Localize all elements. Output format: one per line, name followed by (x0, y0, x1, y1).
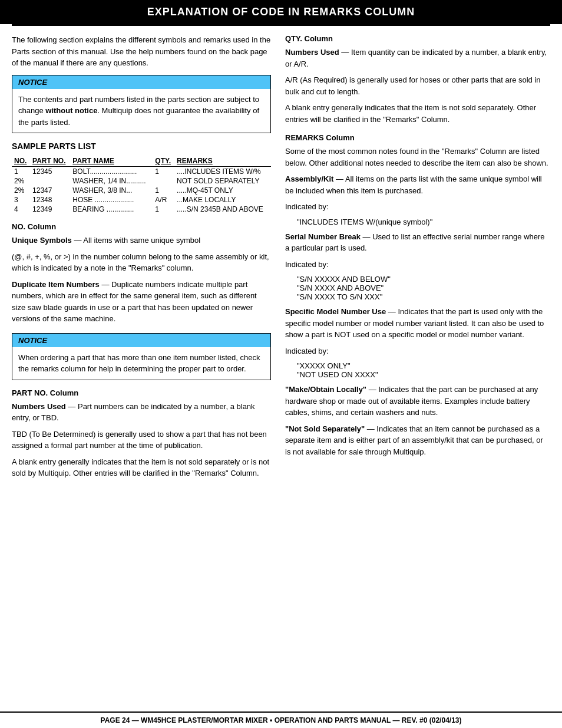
cell-remarks: NOT SOLD SEPARATELY (174, 176, 271, 186)
cell-no: 2% (12, 176, 30, 186)
col-part-no: PART NO. (30, 156, 70, 167)
cell-remarks: ...MAKE LOCALLY (174, 195, 271, 205)
assembly-indicated-value: "INCLUDES ITEMS W/(unique symbol)" (285, 218, 550, 226)
table-row: 4 12349 BEARING .............. 1 .....S/… (12, 205, 271, 214)
cell-part-no: 12347 (30, 186, 70, 195)
table-row: 2% 12347 WASHER, 3/8 IN... 1 .....MQ-45T… (12, 186, 271, 195)
cell-no: 3 (12, 195, 30, 205)
remarks-column-heading: REMARKS Column (285, 133, 550, 142)
table-row: 2% WASHER, 1/4 IN.......... NOT SOLD SEP… (12, 176, 271, 186)
part-no-column-heading: PART NO. Column (12, 388, 271, 397)
specific-indicated-by: Indicated by: (285, 345, 550, 357)
numbers-used-heading: Numbers Used (12, 402, 66, 411)
notice-bold: without notice (45, 106, 97, 115)
specific-model-heading: Specific Model Number Use (285, 307, 386, 316)
notice-header-1: NOTICE (12, 75, 270, 89)
notice-box-2: NOTICE When ordering a part that has mor… (12, 333, 271, 380)
serial-break-heading: Serial Number Break (285, 232, 361, 241)
cell-qty: 1 (153, 205, 174, 214)
specific-indicated-2: "NOT USED ON XXXX" (297, 370, 550, 379)
serial-indicated-1: "S/N XXXXX AND BELOW" (297, 275, 550, 284)
cell-no: 4 (12, 205, 30, 214)
table-header-row: NO. PART NO. PART NAME QTY. REMARKS (12, 156, 271, 167)
table-row: 1 12345 BOLT........................ 1 .… (12, 167, 271, 177)
cell-part-no: 12348 (30, 195, 70, 205)
col-qty: QTY. (153, 156, 174, 167)
sample-parts-heading: SAMPLE PARTS LIST (12, 141, 271, 151)
unique-symbols-detail: (@, #, +, %, or >) in the number column … (12, 251, 271, 274)
assembly-kit-para: Assembly/Kit — All items on the parts li… (285, 173, 550, 196)
cell-part-name: BEARING .............. (70, 205, 153, 214)
page-title-text: EXPLANATION OF CODE IN REMARKS COLUMN (147, 6, 415, 18)
sample-parts-section: SAMPLE PARTS LIST NO. PART NO. PART NAME… (12, 141, 271, 214)
notice-box-1: NOTICE The contents and part numbers lis… (12, 75, 271, 134)
table-row: 3 12348 HOSE .................... A/R ..… (12, 195, 271, 205)
footer-text: PAGE 24 — WM45HCE PLASTER/MORTAR MIXER •… (101, 716, 462, 724)
content-area: The following section explains the diffe… (0, 26, 562, 711)
col-no: NO. (12, 156, 30, 167)
cell-part-no: 12345 (30, 167, 70, 177)
qty-blank-para: A blank entry generally indicates that t… (285, 102, 550, 125)
qty-numbers-used-heading: Numbers Used (285, 48, 339, 57)
serial-indicated-3: "S/N XXXX TO S/N XXX" (297, 292, 550, 301)
remarks-intro-para: Some of the most common notes found in t… (285, 146, 550, 169)
cell-no: 2% (12, 186, 30, 195)
page-footer: PAGE 24 — WM45HCE PLASTER/MORTAR MIXER •… (0, 711, 562, 728)
unique-symbols-para: Unique Symbols — All items with same uni… (12, 235, 271, 246)
not-sold-heading: "Not Sold Separately" (285, 424, 365, 433)
remarks-column-section: REMARKS Column Some of the most common n… (285, 133, 550, 457)
qty-column-heading: QTY. Column (285, 34, 550, 43)
tbd-para: TBD (To Be Determined) is generally used… (12, 429, 271, 452)
qty-numbers-used-para: Numbers Used — Item quantity can be indi… (285, 47, 550, 70)
cell-part-no (30, 176, 70, 186)
unique-symbols-heading: Unique Symbols (12, 236, 72, 245)
cell-part-name: HOSE .................... (70, 195, 153, 205)
notice-body-2: When ordering a part that has more than … (12, 347, 270, 380)
no-column-section: NO. Column Unique Symbols — All items wi… (12, 222, 271, 325)
serial-indicated-2: "S/N XXXX AND ABOVE" (297, 284, 550, 292)
cell-no: 1 (12, 167, 30, 177)
qty-column-section: QTY. Column Numbers Used — Item quantity… (285, 34, 550, 125)
blank-entry-para: A blank entry generally indicates that t… (12, 456, 271, 479)
duplicate-heading: Duplicate Item Numbers (12, 280, 100, 289)
make-obtain-para: "Make/Obtain Locally" — Indicates that t… (285, 384, 550, 419)
cell-remarks: ....INCLUDES ITEMS W/% (174, 167, 271, 177)
assembly-kit-heading: Assembly/Kit (285, 174, 333, 183)
cell-remarks: .....S/N 2345B AND ABOVE (174, 205, 271, 214)
numbers-used-para: Numbers Used — Part numbers can be indic… (12, 401, 271, 424)
specific-indicated-values: "XXXXX ONLY" "NOT USED ON XXXX" (285, 361, 550, 379)
left-column: The following section explains the diffe… (12, 34, 271, 706)
cell-part-name: WASHER, 1/4 IN.......... (70, 176, 153, 186)
col-remarks: REMARKS (174, 156, 271, 167)
serial-indicated-by: Indicated by: (285, 259, 550, 271)
notice-header-2: NOTICE (12, 334, 270, 347)
cell-qty (153, 176, 174, 186)
cell-part-name: WASHER, 3/8 IN... (70, 186, 153, 195)
parts-table: NO. PART NO. PART NAME QTY. REMARKS 1 12… (12, 156, 271, 214)
duplicate-para: Duplicate Item Numbers — Duplicate numbe… (12, 279, 271, 325)
col-part-name: PART NAME (70, 156, 153, 167)
cell-qty: A/R (153, 195, 174, 205)
make-obtain-heading: "Make/Obtain Locally" (285, 385, 366, 394)
serial-break-para: Serial Number Break — Used to list an ef… (285, 231, 550, 254)
cell-qty: 1 (153, 186, 174, 195)
cell-remarks: .....MQ-45T ONLY (174, 186, 271, 195)
serial-indicated-values: "S/N XXXXX AND BELOW" "S/N XXXX AND ABOV… (285, 275, 550, 301)
cell-part-no: 12349 (30, 205, 70, 214)
part-no-column-section: PART NO. Column Numbers Used — Part numb… (12, 388, 271, 479)
not-sold-para: "Not Sold Separately" — Indicates that a… (285, 423, 550, 458)
assembly-indicated-by: Indicated by: (285, 201, 550, 213)
specific-model-para: Specific Model Number Use — Indicates th… (285, 306, 550, 341)
cell-part-name: BOLT........................ (70, 167, 153, 177)
cell-qty: 1 (153, 167, 174, 177)
no-column-heading: NO. Column (12, 222, 271, 231)
qty-ar-para: A/R (As Required) is generally used for … (285, 74, 550, 97)
specific-indicated-1: "XXXXX ONLY" (297, 361, 550, 370)
page-title: EXPLANATION OF CODE IN REMARKS COLUMN (0, 0, 562, 24)
page-wrapper: EXPLANATION OF CODE IN REMARKS COLUMN Th… (0, 0, 562, 728)
intro-paragraph: The following section explains the diffe… (12, 34, 271, 69)
notice-body-1: The contents and part numbers listed in … (12, 89, 270, 133)
right-column: QTY. Column Numbers Used — Item quantity… (285, 34, 550, 706)
